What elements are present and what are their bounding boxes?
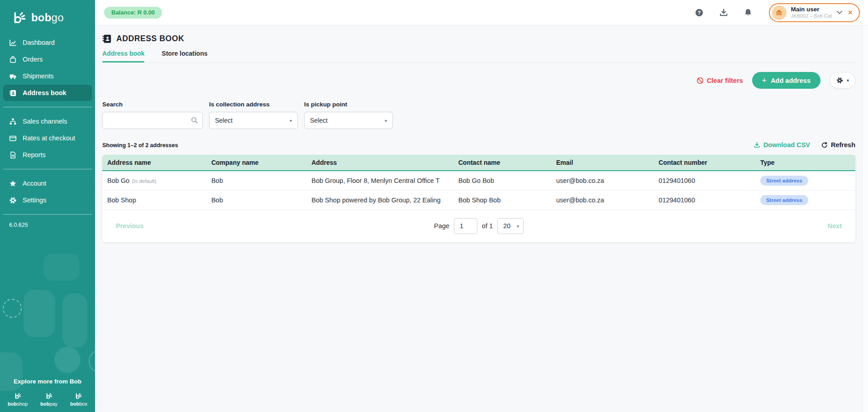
- balance-badge[interactable]: Balance: R 0.00: [104, 7, 162, 19]
- rates-icon: [9, 134, 17, 142]
- pickup-point-label: Is pickup point: [304, 101, 393, 108]
- sidebar-item-label: Account: [23, 180, 46, 187]
- sidebar-item-label: Dashboard: [23, 39, 55, 46]
- svg-text:?: ?: [697, 10, 701, 15]
- collection-address-label: Is collection address: [209, 101, 298, 108]
- email: user@bob.co.za: [553, 191, 655, 210]
- sidebar-nav: Dashboard Orders Shipments: [0, 34, 95, 228]
- search-icon: [191, 116, 198, 124]
- address: Bob Shop powered by Bob Group, 22 Ealing: [308, 191, 454, 210]
- brand-bobbox[interactable]: bobbox: [70, 392, 87, 407]
- brand-bobpay[interactable]: bobpay: [40, 392, 57, 407]
- sidebar-item-dashboard[interactable]: Dashboard: [3, 34, 92, 51]
- sidebar-item-label: Settings: [23, 196, 46, 204]
- col-contact-name: Contact name: [455, 155, 553, 171]
- sidebar-item-rates-at-checkout[interactable]: Rates at checkout: [3, 130, 92, 146]
- explore-section: Explore more from Bob bobshop bobpay bob…: [0, 378, 95, 407]
- collection-address-select[interactable]: Select ▾: [209, 112, 298, 129]
- chevron-down-icon: ▾: [385, 118, 387, 123]
- contact-name: Bob Go Bob: [455, 171, 553, 191]
- scrollbar[interactable]: [862, 25, 868, 412]
- table-header-row: Address name Company name Address Contac…: [102, 155, 855, 171]
- table-settings-button[interactable]: ▾: [830, 72, 855, 89]
- star-icon: [9, 180, 17, 187]
- user-name: Main user: [791, 6, 832, 13]
- address: Bob Group, Floor 8, Menlyn Central Offic…: [308, 171, 454, 191]
- tab-address-book[interactable]: Address book: [102, 50, 144, 62]
- page-content: ADDRESS BOOK Address book Store location…: [95, 25, 868, 242]
- page-count: of 1: [482, 222, 493, 230]
- clear-filters-button[interactable]: Clear filters: [696, 77, 743, 84]
- brand-label: bobshop: [8, 401, 28, 407]
- chevron-down-icon[interactable]: [836, 10, 843, 14]
- sidebar-divider: [3, 107, 92, 107]
- gear-icon: [9, 196, 17, 204]
- plus-icon: +: [762, 77, 767, 85]
- next-page-button[interactable]: Next: [828, 222, 842, 230]
- sidebar-item-label: Address book: [23, 89, 67, 96]
- sidebar-item-sales-channels[interactable]: Sales channels: [3, 113, 92, 129]
- page-title: ADDRESS BOOK: [116, 34, 184, 43]
- search-input[interactable]: [102, 112, 203, 129]
- type-badge: Street address: [760, 195, 808, 205]
- previous-page-button[interactable]: Previous: [116, 222, 143, 230]
- explore-title: Explore more from Bob: [0, 378, 95, 385]
- search-label: Search: [102, 101, 203, 108]
- help-icon[interactable]: ?: [694, 8, 704, 18]
- contact-number: 0129401060: [655, 171, 757, 191]
- logo-text: bobgo: [31, 11, 64, 24]
- page-size-select[interactable]: 20 ▾: [497, 218, 524, 234]
- tab-store-locations[interactable]: Store locations: [162, 50, 207, 62]
- brand-bobshop[interactable]: bobshop: [8, 392, 28, 407]
- add-address-button[interactable]: + Add address: [752, 72, 820, 89]
- col-type: Type: [757, 155, 855, 171]
- brand-label: bobbox: [70, 401, 87, 407]
- download-icon[interactable]: [719, 8, 729, 18]
- sidebar-item-address-book[interactable]: Address book: [3, 85, 92, 101]
- address-book-icon: [9, 89, 17, 97]
- sidebar-item-label: Reports: [23, 151, 46, 158]
- chevron-down-icon: ▾: [517, 224, 519, 229]
- sidebar-divider: [3, 214, 92, 215]
- bobbox-icon: [75, 392, 82, 400]
- sidebar-item-account[interactable]: Account: [3, 175, 92, 192]
- email: user@bob.co.za: [553, 171, 655, 191]
- close-session-icon[interactable]: ×: [848, 8, 853, 17]
- dashboard-icon: [9, 39, 17, 47]
- avatar-incognito-icon: [772, 5, 787, 20]
- address-table-card: Address name Company name Address Contac…: [102, 155, 855, 242]
- user-menu[interactable]: Main user JKB002 – Bob Cat ×: [769, 3, 860, 22]
- chevron-down-icon: ▾: [290, 118, 292, 123]
- address-name: Bob Go: [107, 177, 129, 184]
- page-label: Page: [434, 222, 449, 230]
- pickup-point-select[interactable]: Select ▾: [304, 112, 393, 129]
- col-address: Address: [308, 155, 454, 171]
- page-number-input[interactable]: [454, 218, 477, 234]
- reports-icon: [9, 151, 17, 159]
- table-row[interactable]: Bob Go(Is default) Bob Bob Group, Floor …: [102, 171, 855, 191]
- refresh-button[interactable]: Refresh: [821, 141, 855, 149]
- address-book-title-icon: [102, 34, 112, 43]
- type-badge: Street address: [760, 176, 808, 186]
- prohibit-icon: [696, 77, 704, 84]
- sidebar-item-shipments[interactable]: Shipments: [3, 68, 92, 84]
- sidebar-item-settings[interactable]: Settings: [3, 192, 92, 208]
- sidebar-item-reports[interactable]: Reports: [3, 147, 92, 163]
- app-version: 6.0.625: [9, 222, 95, 228]
- table-row[interactable]: Bob Shop Bob Bob Shop powered by Bob Gro…: [102, 191, 855, 210]
- company-name: Bob: [208, 191, 308, 210]
- main-area: Balance: R 0.00 ?: [95, 0, 868, 412]
- col-email: Email: [553, 155, 655, 171]
- chevron-down-icon: ▾: [847, 78, 849, 83]
- address-name: Bob Shop: [107, 196, 136, 204]
- refresh-icon: [821, 142, 828, 149]
- bobgo-logo[interactable]: bobgo: [0, 0, 95, 25]
- sidebar-item-orders[interactable]: Orders: [3, 51, 92, 67]
- user-meta: Main user JKB002 – Bob Cat: [791, 6, 832, 19]
- bobgo-hand-icon: [12, 10, 27, 25]
- contact-name: Bob Shop Bob: [455, 191, 553, 210]
- download-csv-button[interactable]: Download CSV: [754, 141, 810, 149]
- col-contact-number: Contact number: [655, 155, 757, 171]
- company-name: Bob: [208, 171, 308, 191]
- bell-icon[interactable]: [743, 8, 753, 18]
